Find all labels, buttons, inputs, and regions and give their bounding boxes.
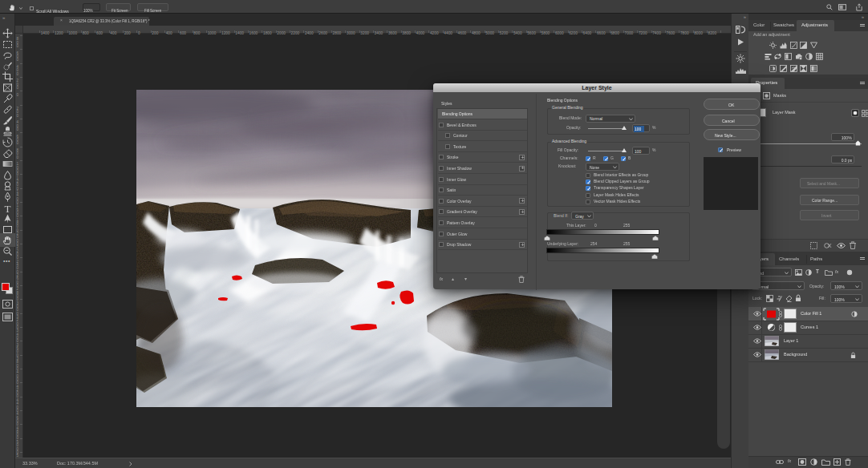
svg-text:7000: 7000 [625,31,634,35]
svg-text:T: T [5,203,11,213]
svg-text:8000: 8000 [694,31,703,35]
svg-text:7800: 7800 [680,31,689,35]
svg-text:400: 400 [166,31,172,35]
svg-text:1800: 1800 [263,31,272,35]
svg-text:6200: 6200 [569,31,578,35]
svg-text:7600: 7600 [667,31,675,35]
svg-text:4200: 4200 [430,31,439,35]
svg-text:5200: 5200 [500,31,509,35]
svg-text:1600: 1600 [249,31,258,35]
svg-text:2400: 2400 [305,31,314,35]
svg-text:3000: 3000 [347,31,355,35]
svg-text:5000: 5000 [485,31,494,35]
svg-text:7400: 7400 [652,31,661,35]
svg-text:800: 800 [83,31,89,35]
svg-text:3800: 3800 [402,31,411,35]
svg-text:3200: 3200 [360,31,369,35]
svg-text:1400: 1400 [41,31,50,35]
svg-text:0: 0 [17,127,19,131]
svg-text:3400: 3400 [375,31,383,35]
svg-text:0: 0 [17,141,19,145]
svg-text:4000: 4000 [416,31,425,35]
svg-text:5800: 5800 [541,31,550,35]
svg-text:4600: 4600 [458,31,467,35]
svg-text:0: 0 [138,31,140,35]
svg-text:0: 0 [17,58,19,62]
svg-text:4800: 4800 [472,31,481,35]
svg-text:0: 0 [17,44,19,48]
svg-text:800: 800 [193,31,200,35]
svg-text:2600: 2600 [318,31,327,35]
svg-text:8200: 8200 [708,31,717,35]
svg-text:5400: 5400 [513,31,522,35]
svg-text:6600: 6600 [597,31,606,35]
svg-text:0: 0 [17,72,19,76]
svg-text:0: 0 [17,93,19,97]
svg-text:0: 0 [17,86,19,90]
svg-text:1000: 1000 [68,31,77,35]
svg-text:4400: 4400 [444,31,452,35]
svg-text:200: 200 [152,31,158,35]
svg-text:3600: 3600 [388,31,397,35]
svg-text:6800: 6800 [610,31,619,35]
svg-text:1200: 1200 [55,31,63,35]
svg-text:1400: 1400 [235,31,244,35]
svg-text:6400: 6400 [583,31,592,35]
svg-text:600: 600 [96,31,103,35]
svg-text:600: 600 [180,31,186,35]
svg-text:400: 400 [110,31,116,35]
svg-text:2200: 2200 [291,31,300,35]
svg-text:2800: 2800 [333,31,342,35]
svg-text:0: 0 [17,155,19,159]
svg-text:200: 200 [124,31,131,35]
svg-text:1000: 1000 [208,31,217,35]
svg-text:2000: 2000 [277,31,286,35]
svg-text:1200: 1200 [221,31,230,35]
svg-text:7200: 7200 [639,31,647,35]
svg-text:6000: 6000 [555,31,564,35]
svg-text:0: 0 [17,114,19,118]
svg-text:5600: 5600 [527,31,536,35]
